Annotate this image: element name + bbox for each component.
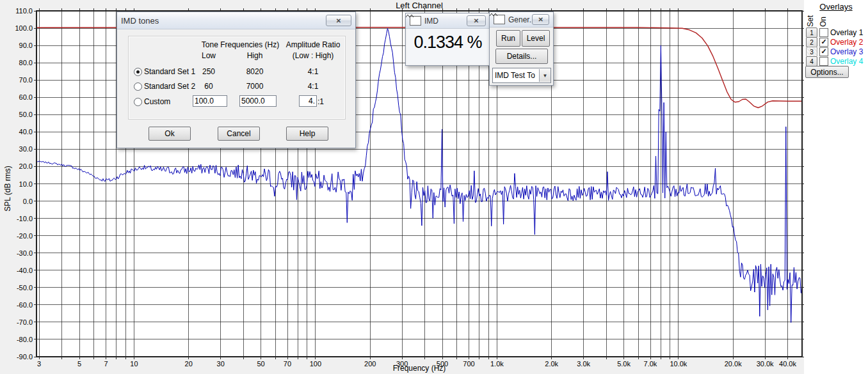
header-amplitude-ratio: Amplitude Ratio (282, 40, 344, 49)
level-button[interactable]: Level (522, 30, 550, 47)
svg-text:100.0: 100.0 (15, 24, 33, 32)
svg-text:30.0: 30.0 (19, 145, 33, 153)
imd-percentage-readout: 0.1334 % (406, 33, 490, 52)
custom-ratio-input[interactable] (299, 95, 317, 107)
overlays-col-on: On (819, 17, 828, 27)
imd-window-titlebar[interactable]: IMD ✕ (406, 13, 490, 29)
svg-text:-50.0: -50.0 (17, 284, 33, 292)
set2-high-value: 7000 (239, 82, 271, 91)
svg-text:60.0: 60.0 (19, 93, 33, 101)
overlays-title: Overlays (804, 2, 868, 12)
overlay-3-checkbox[interactable] (819, 47, 828, 56)
svg-text:20.0: 20.0 (19, 162, 33, 170)
x-axis-label: Frequency (Hz) (36, 364, 802, 373)
generator-window: Gener... ✕ Run Level Details... IMD Test… (489, 12, 554, 86)
set1-ratio-value: 4:1 (282, 67, 344, 76)
overlay-2-label: Overlay 2 (830, 38, 863, 47)
cancel-button[interactable]: Cancel (218, 127, 260, 141)
svg-text:80.0: 80.0 (19, 59, 33, 66)
waveform-icon (410, 16, 421, 26)
overlay-set-4-button[interactable]: 4 (806, 56, 817, 66)
overlay-set-3-button[interactable]: 3 (806, 47, 817, 57)
svg-text:40.0: 40.0 (19, 128, 33, 136)
imd-tones-title: IMD tones (121, 16, 159, 26)
imd-readout-window: IMD ✕ 0.1334 % (405, 13, 490, 66)
overlay-1-checkbox[interactable] (819, 28, 828, 37)
radio-standard-set-1[interactable] (134, 68, 142, 76)
svg-text:-10.0: -10.0 (17, 215, 33, 222)
svg-text:-60.0: -60.0 (17, 301, 33, 309)
svg-text:-80.0: -80.0 (17, 336, 33, 343)
imd-tones-dialog: IMD tones ✕ Tone Frequencies (Hz) Low Hi… (117, 12, 356, 148)
header-low: Low (193, 51, 225, 60)
overlay-4-label: Overlay 4 (830, 57, 863, 66)
overlay-3-label: Overlay 3 (830, 47, 863, 56)
chevron-down-icon[interactable]: ▼ (539, 69, 551, 82)
svg-text:-90.0: -90.0 (17, 353, 33, 361)
label-standard-set-1: Standard Set 1 (144, 67, 195, 76)
y-axis-label: SPL (dB rms) (3, 125, 12, 253)
set1-low-value: 250 (193, 67, 225, 76)
set2-low-value: 60 (193, 82, 225, 91)
close-icon[interactable]: ✕ (326, 15, 351, 26)
run-button[interactable]: Run (496, 30, 520, 47)
custom-high-input[interactable] (239, 95, 277, 107)
svg-text:70.0: 70.0 (19, 76, 33, 84)
test-signal-dropdown[interactable]: IMD Test To ▼ (492, 68, 551, 83)
close-icon[interactable]: ✕ (532, 14, 549, 25)
close-icon[interactable]: ✕ (467, 15, 486, 26)
imd-window-title: IMD (424, 17, 438, 26)
generator-title: Gener... (508, 15, 532, 24)
dropdown-selected-value: IMD Test To (493, 71, 539, 80)
svg-text:50.0: 50.0 (19, 111, 33, 118)
generator-titlebar[interactable]: Gener... ✕ (490, 12, 553, 27)
svg-text:-30.0: -30.0 (17, 249, 33, 257)
svg-text:110.0: 110.0 (15, 7, 33, 15)
svg-text:10.0: 10.0 (19, 180, 33, 188)
svg-text:-20.0: -20.0 (17, 232, 33, 240)
chart-title: Left Channel (36, 1, 802, 10)
header-tone-frequencies: Tone Frequencies (Hz) (188, 40, 293, 49)
rta-app-window: -90.0-80.0-70.0-60.0-50.0-40.0-30.0-20.0… (0, 0, 868, 374)
overlay-set-2-button[interactable]: 2 (806, 37, 817, 47)
svg-text:0.0: 0.0 (23, 198, 33, 205)
help-button[interactable]: Help (286, 127, 328, 141)
overlay-set-1-button[interactable]: 1 (806, 27, 817, 38)
waveform-icon (494, 15, 505, 24)
overlays-col-set: Set (806, 15, 815, 27)
svg-text:-40.0: -40.0 (17, 267, 33, 274)
overlay-1-label: Overlay 1 (830, 28, 863, 37)
details-button[interactable]: Details... (495, 49, 548, 64)
radio-standard-set-2[interactable] (134, 82, 142, 91)
label-standard-set-2: Standard Set 2 (144, 82, 195, 91)
svg-text:-70.0: -70.0 (17, 318, 33, 326)
options-button[interactable]: Options... (805, 66, 849, 78)
ok-button[interactable]: Ok (149, 127, 191, 141)
custom-low-input[interactable] (193, 95, 227, 107)
header-high: High (239, 51, 271, 60)
imd-tones-titlebar[interactable]: IMD tones ✕ (117, 12, 355, 29)
set1-high-value: 8020 (239, 67, 271, 76)
overlays-panel: Overlays Set On 1 Overlay 1 2 Overlay 2 … (804, 0, 868, 374)
custom-ratio-suffix: :1 (317, 97, 324, 106)
radio-custom[interactable] (134, 98, 142, 106)
overlay-2-checkbox[interactable] (819, 38, 828, 47)
set2-ratio-value: 4:1 (282, 82, 344, 91)
overlay-4-checkbox[interactable] (819, 57, 828, 66)
svg-text:90.0: 90.0 (19, 42, 33, 49)
header-low-high: (Low : High) (282, 51, 344, 60)
label-custom: Custom (144, 97, 170, 106)
